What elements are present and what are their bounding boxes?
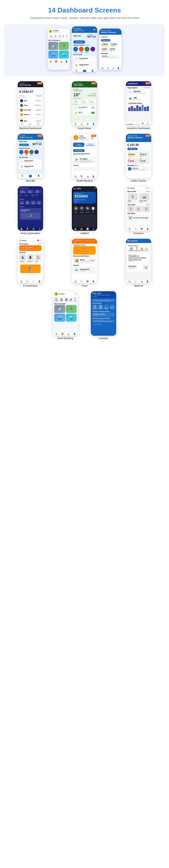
screen-laundry: Hello, John 📍 Your location: San Francis…	[91, 291, 116, 340]
ecommerce-label: E-Commerce	[23, 284, 38, 287]
laundry-phone: Hello, John 📍 Your location: San Francis…	[91, 291, 116, 336]
smarthome-phone: New Sweet home John Wick Sunday,15 Novem…	[72, 81, 97, 126]
screen-health: New K Hello, Krishna 📍 Mumbai, India 🔔 💊…	[72, 134, 97, 182]
hero-phone-right: Welcome back, Minnie Lehmann € 431.90 Pa…	[99, 29, 122, 70]
medical-phone: My medical Recent hotspots 🏥Registered ❓…	[126, 239, 151, 283]
hotel-phone: 👤 Hi Juliet 🔍 ✈️Flights 🏨Hotels 🚂Trains …	[53, 291, 78, 336]
screens-row-2: New Hi TusharSplitter Your Bill 🔔 Split …	[4, 134, 165, 182]
furniture-phone: 🏠 Home 🔍 🛒 New Arrivals See All 🪑 Chair …	[126, 186, 151, 231]
smarthome-label: Smart Home	[78, 127, 91, 129]
medical-label: Medical	[134, 284, 143, 287]
analytics-label: Analytics Dashboard	[127, 127, 150, 129]
header: 14 Dashboard Screens Dashboard screen th…	[4, 6, 165, 20]
screen-hotel: 👤 Hi Juliet 🔍 ✈️Flights 🏨Hotels 🚂Trains …	[53, 291, 78, 340]
health-new-badge: New	[91, 134, 96, 137]
hero-phone-left: 👤 Hi Juliet good evening ✈️Flights 🏨Hote…	[47, 29, 70, 70]
utility-label: Utility Tracker	[131, 180, 146, 182]
utility-phone: New Welcome back, Minnie Lehmann 📷 € 431…	[126, 134, 151, 178]
screen-food: 📍 Moonstone Court New Brooklyn, NY 1148 …	[72, 239, 97, 287]
screen-analytics: New Dashboard 🔍 ⋮ Page analytics See det…	[126, 81, 151, 129]
screens-row-3: Central Panel controlLightning TempOutsi…	[4, 186, 165, 235]
screen-ewallet: Hi, John ☰ Total Balance $150000 9230 23…	[72, 186, 97, 235]
screen-homeauto: Central Panel controlLightning TempOutsi…	[18, 186, 43, 235]
homeauto-phone: Central Panel controlLightning TempOutsi…	[18, 186, 43, 231]
screen-splitbill: New Hi TusharSplitter Your Bill 🔔 Split …	[18, 134, 43, 182]
banking-label: Banking Dashboard	[19, 127, 41, 129]
health-label: Health Medical	[76, 180, 92, 182]
splitbill-label: Split Bill	[26, 180, 35, 182]
utility-new-badge: New	[145, 134, 151, 137]
page: 14 Dashboard Screens Dashboard screen th…	[0, 0, 169, 350]
ewallet-label: e-Wallet	[80, 232, 89, 235]
ewallet-phone: Hi, John ☰ Total Balance $150000 9230 23…	[72, 186, 97, 231]
health-phone: New K Hello, Krishna 📍 Mumbai, India 🔔 💊…	[72, 134, 97, 178]
screen-utility: New Welcome back, Minnie Lehmann 📷 € 431…	[126, 134, 151, 182]
screens-row-1: New Hi Juliet good morning Total balance…	[4, 81, 165, 129]
screen-ecommerce: 🏠 Home ❤️ 🛒 Hot Products See All FLAT 20…	[18, 239, 43, 287]
screen-furniture: 🏠 Home 🔍 🛒 New Arrivals See All 🪑 Chair …	[126, 186, 151, 235]
splitbill-new-badge: New	[37, 134, 42, 137]
banking-new-badge: New	[37, 82, 42, 85]
hotel-label: Hotel Booking	[58, 337, 74, 340]
smarthome-new-badge: New	[91, 82, 96, 85]
screen-medical: My medical Recent hotspots 🏥Registered ❓…	[126, 239, 151, 287]
laundry-label: Laundry	[99, 337, 108, 340]
food-label: Food	[82, 284, 87, 287]
splitbill-phone: New Hi TusharSplitter Your Bill 🔔 Split …	[18, 134, 43, 178]
hero-phone-center: Hi TusharSplitter Your Bill 🔔 Split with…	[72, 27, 97, 72]
screens-row-4: 🏠 Home ❤️ 🛒 Hot Products See All FLAT 20…	[4, 239, 165, 287]
food-phone: 📍 Moonstone Court New Brooklyn, NY 1148 …	[72, 239, 97, 283]
furniture-label: Furniture	[133, 232, 144, 235]
homeauto-label: Home automation	[21, 232, 40, 235]
analytics-new-badge: New	[145, 82, 151, 85]
screens-row-5: 👤 Hi Juliet 🔍 ✈️Flights 🏨Hotels 🚂Trains …	[4, 291, 165, 340]
page-subtitle: Dashboard screen that is clean, modern, …	[4, 16, 165, 20]
screen-smarthome: New Sweet home John Wick Sunday,15 Novem…	[72, 81, 97, 129]
ecommerce-phone: 🏠 Home ❤️ 🛒 Hot Products See All FLAT 20…	[18, 239, 43, 283]
analytics-phone: New Dashboard 🔍 ⋮ Page analytics See det…	[126, 81, 151, 126]
page-title: 14 Dashboard Screens	[4, 6, 165, 14]
screen-banking: New Hi Juliet good morning Total balance…	[18, 81, 43, 129]
banking-phone: New Hi Juliet good morning Total balance…	[18, 81, 43, 126]
